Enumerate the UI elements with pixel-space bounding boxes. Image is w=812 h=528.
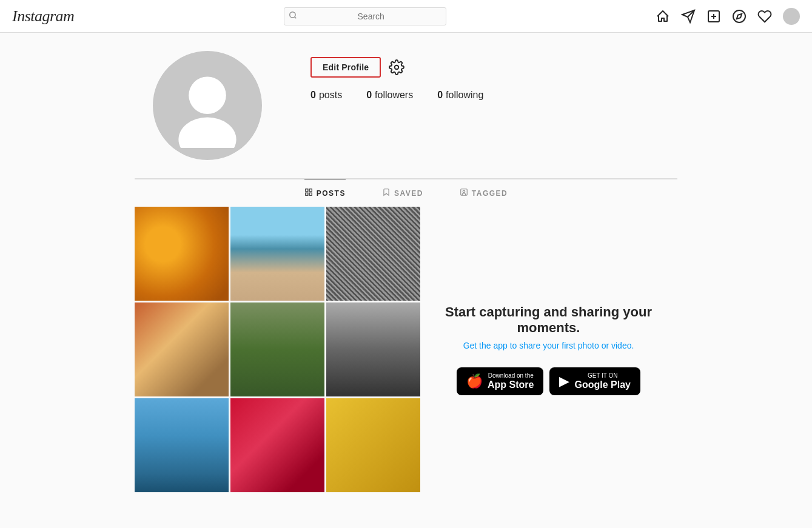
svg-rect-13 [309, 189, 312, 192]
photo-4 [135, 302, 229, 396]
search-wrapper [284, 7, 446, 25]
photo-cell-8[interactable] [230, 398, 324, 492]
photo-8 [230, 398, 324, 492]
avatar-silhouette [165, 63, 250, 148]
svg-point-17 [463, 190, 465, 193]
profile-container: Edit Profile 0 posts 0 followers [122, 33, 690, 207]
profile-header: Edit Profile 0 posts 0 followers [135, 51, 677, 179]
profile-info: Edit Profile 0 posts 0 followers [310, 51, 677, 101]
google-play-icon: ▶ [559, 373, 569, 389]
promo-title: Start capturing and sharing your moments… [432, 304, 665, 336]
svg-point-9 [189, 76, 226, 114]
posts-stat[interactable]: 0 posts [310, 90, 342, 101]
photo-5 [230, 302, 324, 396]
promo-section: Start capturing and sharing your moments… [420, 207, 677, 492]
svg-point-10 [178, 118, 236, 148]
photo-2 [230, 207, 324, 301]
profile-stats: 0 posts 0 followers 0 following [310, 90, 677, 101]
add-post-icon[interactable] [706, 9, 721, 24]
photo-cell-1[interactable] [135, 207, 229, 301]
explore-icon[interactable] [732, 9, 747, 24]
posts-count: 0 [310, 90, 316, 101]
photo-cell-7[interactable] [135, 398, 229, 492]
photo-grid [135, 207, 420, 492]
tab-tagged[interactable]: TAGGED [460, 179, 508, 207]
profile-avatar[interactable] [153, 51, 262, 160]
photo-cell-6[interactable] [326, 302, 420, 396]
search-input[interactable] [284, 7, 446, 25]
photo-cell-4[interactable] [135, 302, 229, 396]
photo-1 [135, 207, 229, 301]
photo-cell-3[interactable] [326, 207, 420, 301]
svg-rect-12 [305, 189, 307, 192]
send-icon[interactable] [681, 9, 696, 24]
svg-rect-14 [305, 193, 307, 195]
tab-posts-label: POSTS [317, 189, 346, 198]
settings-icon[interactable] [388, 59, 405, 76]
followers-label: followers [375, 90, 413, 101]
googleplay-badge[interactable]: ▶ GET IT ON Google Play [549, 367, 640, 395]
profile-actions: Edit Profile [310, 57, 677, 78]
posts-label: posts [319, 90, 342, 101]
following-stat[interactable]: 0 following [437, 90, 483, 101]
heart-icon[interactable] [757, 9, 772, 24]
svg-point-7 [733, 10, 745, 22]
content-area: Start capturing and sharing your moments… [122, 207, 690, 492]
following-label: following [446, 90, 483, 101]
photo-cell-2[interactable] [230, 207, 324, 301]
tab-tagged-label: TAGGED [472, 189, 508, 198]
profile-tabs: POSTS SAVED TAGGED [135, 179, 677, 207]
svg-point-11 [395, 65, 399, 70]
app-badges: 🍎 Download on the App Store ▶ GET IT ON … [457, 367, 640, 395]
svg-marker-8 [737, 13, 742, 18]
appstore-badge[interactable]: 🍎 Download on the App Store [457, 367, 543, 395]
photo-cell-5[interactable] [230, 302, 324, 396]
tab-saved-label: SAVED [394, 189, 423, 198]
header-icons [656, 8, 800, 25]
photo-3 [326, 207, 420, 301]
bookmark-icon [382, 188, 391, 198]
appstore-text: Download on the App Store [488, 372, 534, 390]
apple-icon: 🍎 [466, 373, 483, 389]
photo-cell-9[interactable] [326, 398, 420, 492]
following-count: 0 [437, 90, 443, 101]
tab-posts[interactable]: POSTS [304, 179, 346, 207]
promo-subtitle[interactable]: Get the app to share your first photo or… [463, 341, 634, 350]
avatar-section [153, 51, 262, 160]
person-tag-icon [460, 188, 468, 198]
googleplay-text: GET IT ON Google Play [574, 372, 630, 390]
photo-7 [135, 398, 229, 492]
photo-6 [326, 302, 420, 396]
user-avatar[interactable] [783, 8, 800, 25]
header: Instagram [0, 0, 812, 33]
grid-icon [304, 188, 313, 198]
instagram-logo[interactable]: Instagram [12, 7, 74, 25]
svg-rect-15 [309, 193, 312, 195]
photo-9 [326, 398, 420, 492]
search-section [284, 7, 446, 25]
tab-saved[interactable]: SAVED [382, 179, 423, 207]
followers-stat[interactable]: 0 followers [366, 90, 413, 101]
home-icon[interactable] [656, 9, 670, 24]
edit-profile-button[interactable]: Edit Profile [310, 57, 381, 78]
followers-count: 0 [366, 90, 372, 101]
